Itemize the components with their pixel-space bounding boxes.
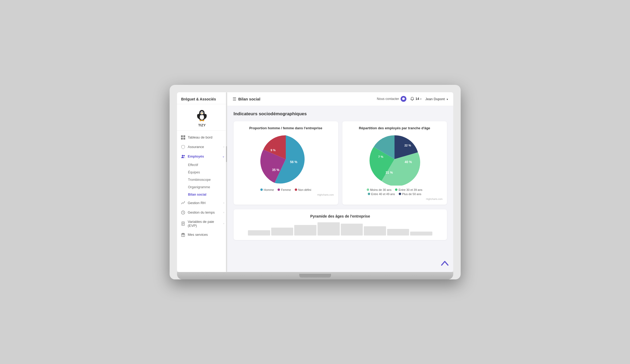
charts-row: Proportion homme / femme dans l'entrepri…	[234, 121, 447, 205]
legend-item-40-49: Entre 40 et 49 ans	[368, 192, 395, 196]
chart1-container: 56 % 35 % 9 % Homme	[238, 133, 334, 196]
chart-card-gender: Proportion homme / femme dans l'entrepri…	[234, 121, 338, 205]
notif-count: 14	[415, 97, 419, 101]
laptop-screen: Bréguet & Associés	[177, 92, 453, 272]
svg-point-5	[202, 112, 203, 113]
chart2-credit: Highcharts.com	[347, 198, 443, 200]
sidebar-item-employes[interactable]: Employés ⌄	[177, 152, 227, 161]
pyramide-bars	[248, 222, 432, 236]
chevron-up-icon	[439, 258, 451, 269]
chevron-down-icon: ⌄	[222, 155, 224, 158]
sidebar-subitem-organigramme[interactable]: Organigramme	[177, 183, 227, 191]
nous-contacter-label: Nous contacter	[377, 97, 399, 101]
svg-text:56 %: 56 %	[290, 160, 297, 164]
grid-icon	[181, 135, 185, 140]
pyramide-placeholder	[238, 221, 443, 237]
scroll-up-button[interactable]	[439, 258, 451, 269]
sidebar-item-gestion-rh[interactable]: Gestion RH ‹	[177, 198, 227, 208]
svg-point-10	[202, 120, 204, 121]
svg-text:35 %: 35 %	[272, 168, 279, 172]
sidebar-item-gestion-du-temps[interactable]: Gestion du temps ‹	[177, 208, 227, 217]
sidebar-item-variables-de-paie[interactable]: Variables de paie (EVP) ‹	[177, 217, 227, 230]
svg-text:40 %: 40 %	[405, 160, 412, 164]
svg-point-16	[183, 155, 185, 156]
legend-item-30-39: Entre 30 et 39 ans	[395, 188, 422, 191]
sidebar-scrollbar	[226, 92, 227, 272]
sidebar-subitem-trombinoscope[interactable]: Trombinoscope	[177, 176, 227, 183]
chart-card-age: Répartition des employés par tranche d'â…	[342, 121, 447, 205]
sidebar-item-label: Mes services	[188, 233, 208, 237]
pyramide-card: Pyramide des âges de l'entreprise	[234, 209, 447, 240]
chevron-right-icon: ‹	[223, 145, 224, 148]
svg-text:22 %: 22 %	[404, 144, 411, 147]
sidebar-item-label: Assurance	[188, 145, 204, 149]
brand-name: Bréguet & Associés	[177, 92, 227, 104]
chart2-legend: Moins de 30 ans Entre 30 et 39 ans Entre…	[357, 188, 432, 196]
legend-dot	[295, 188, 297, 191]
user-dropdown-icon: ▾	[447, 98, 448, 101]
svg-rect-11	[181, 135, 183, 137]
topbar: ☰ Bilan social Nous contacter 14 ▾	[227, 92, 453, 106]
pie-chart-gender: 56 % 35 % 9 %	[259, 133, 312, 186]
legend-item-plus50: Plus de 50 ans	[399, 192, 421, 196]
main-area: ☰ Bilan social Nous contacter 14 ▾	[227, 92, 453, 272]
section-title: Indicateurs sociodémographiques	[234, 111, 447, 117]
clock-icon	[181, 210, 185, 215]
legend-dot	[367, 188, 369, 191]
svg-point-4	[201, 112, 202, 113]
sidebar-item-label: Variables de paie (EVP)	[188, 220, 223, 228]
sidebar-subitem-equipes[interactable]: Équipes	[177, 169, 227, 176]
sidebar-item-mes-services[interactable]: Mes services	[177, 230, 227, 239]
svg-point-6	[201, 113, 203, 114]
pyramide-title: Pyramide des âges de l'entreprise	[238, 214, 443, 218]
legend-dot	[260, 188, 263, 191]
sidebar-nav: Tableau de bord Assurance ‹ Employés	[177, 131, 227, 272]
sidebar-subitem-bilan-social[interactable]: Bilan social	[177, 191, 227, 198]
svg-rect-13	[181, 138, 183, 140]
legend-item-non-defini: Non défini	[295, 188, 311, 191]
sidebar-item-label: Gestion RH	[188, 201, 206, 205]
sidebar-item-tableau-de-bord[interactable]: Tableau de bord	[177, 133, 227, 142]
logo-area: TIZY	[177, 104, 227, 131]
svg-point-3	[200, 111, 203, 114]
chart1-title: Proportion homme / femme dans l'entrepri…	[238, 126, 334, 130]
svg-text:31 %: 31 %	[386, 171, 393, 174]
chart1-credit: Highcharts.com	[238, 193, 334, 196]
chevron-right-icon: ‹	[223, 222, 224, 225]
chevron-right-icon: ‹	[223, 201, 224, 204]
pie-chart-age: 22 % 40 % 31 % 7 %	[368, 133, 421, 186]
chart2-container: 22 % 40 % 31 % 7 % Moins de 30 ans	[347, 133, 443, 200]
chart2-title: Répartition des employés par tranche d'â…	[347, 126, 443, 130]
laptop-base	[177, 272, 453, 279]
shield-icon	[181, 145, 185, 149]
logo-name: TIZY	[198, 123, 206, 127]
penguin-logo	[195, 108, 209, 122]
legend-dot	[368, 193, 370, 195]
legend-item-femme: Femme	[278, 188, 291, 191]
document-icon	[181, 221, 185, 226]
legend-item-moins30: Moins de 30 ans	[367, 188, 392, 191]
svg-rect-14	[183, 138, 185, 140]
page-title: Bilan social	[238, 97, 377, 101]
svg-point-9	[200, 120, 202, 121]
laptop-notch	[299, 274, 331, 278]
notifications-button[interactable]: 14 ▾	[410, 97, 421, 101]
gift-icon	[181, 232, 185, 237]
user-menu[interactable]: Jean Dupont ▾	[425, 97, 448, 101]
legend-dot	[395, 188, 397, 191]
chart1-legend: Homme Femme Non défini	[260, 188, 311, 191]
topbar-right: Nous contacter 14 ▾ Jean Dupont ▾	[377, 96, 448, 102]
sidebar-item-label: Tableau de bord	[188, 135, 212, 139]
sidebar-item-label: Employés	[188, 154, 204, 158]
chart-line-icon	[181, 201, 185, 205]
sidebar-item-assurance[interactable]: Assurance ‹	[177, 142, 227, 152]
bell-icon	[410, 97, 414, 101]
sidebar-subitem-effectif[interactable]: Effectif	[177, 161, 227, 169]
svg-point-15	[182, 155, 183, 156]
people-icon	[181, 154, 185, 159]
notif-dropdown-icon[interactable]: ▾	[420, 98, 421, 100]
sidebar-item-label: Gestion du temps	[188, 210, 215, 214]
nous-contacter-button[interactable]: Nous contacter	[377, 96, 406, 102]
hamburger-icon[interactable]: ☰	[233, 96, 236, 102]
svg-text:9 %: 9 %	[271, 149, 276, 152]
